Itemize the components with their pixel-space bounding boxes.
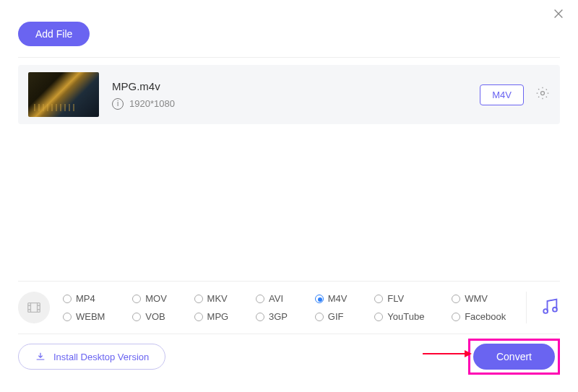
radio-icon (452, 313, 460, 321)
format-option-mkv[interactable]: MKV (194, 293, 236, 304)
radio-icon (256, 295, 264, 303)
radio-icon (452, 295, 460, 303)
info-icon[interactable]: i (112, 98, 124, 110)
format-label: MOV (145, 293, 167, 304)
radio-icon (315, 313, 324, 321)
format-label: M4V (328, 293, 348, 304)
format-option-gif[interactable]: GIF (315, 311, 355, 322)
radio-icon (194, 295, 203, 303)
format-label: MP4 (76, 293, 95, 304)
convert-button[interactable]: Convert (473, 344, 555, 370)
radio-icon (63, 295, 72, 303)
format-option-wmv[interactable]: WMV (452, 293, 513, 304)
header-divider (18, 57, 560, 58)
install-label: Install Desktop Version (53, 352, 149, 362)
footer: Install Desktop Version Convert (18, 339, 560, 375)
svg-point-2 (543, 309, 548, 313)
format-label: FLV (387, 293, 404, 304)
format-label: YouTube (387, 311, 424, 322)
format-option-mov[interactable]: MOV (132, 293, 173, 304)
radio-icon (315, 295, 324, 303)
svg-point-0 (541, 92, 545, 95)
annotation-arrow (423, 353, 466, 354)
add-file-button[interactable]: Add File (18, 22, 90, 46)
svg-point-3 (553, 308, 557, 312)
format-option-youtube[interactable]: YouTube (374, 311, 431, 322)
close-icon[interactable] (552, 7, 565, 23)
radio-icon (256, 313, 264, 321)
radio-icon (132, 295, 141, 303)
annotation-highlight: Convert (468, 339, 560, 375)
format-panel: MP4MOVMKVAVIM4VFLVWMVWEBMVOBMPG3GPGIFYou… (18, 281, 560, 334)
video-thumbnail[interactable] (28, 72, 99, 117)
format-label: AVI (269, 293, 283, 304)
format-option-mp4[interactable]: MP4 (63, 293, 112, 304)
format-label: MKV (207, 293, 228, 304)
format-option-facebook[interactable]: Facebook (452, 311, 513, 322)
radio-icon (374, 295, 383, 303)
format-label: VOB (145, 311, 165, 322)
music-icon[interactable] (540, 296, 560, 319)
file-resolution: 1920*1080 (129, 98, 175, 109)
format-option-m4v[interactable]: M4V (315, 293, 355, 304)
file-row: MPG.m4v i 1920*1080 M4V (18, 65, 560, 124)
panel-separator (526, 292, 527, 323)
radio-icon (63, 313, 72, 321)
radio-icon (374, 313, 383, 321)
gear-icon[interactable] (535, 86, 550, 103)
format-label: Facebook (465, 311, 506, 322)
format-badge[interactable]: M4V (480, 84, 524, 105)
format-label: 3GP (269, 311, 288, 322)
format-label: WMV (465, 293, 488, 304)
format-option-3gp[interactable]: 3GP (256, 311, 295, 322)
format-label: MPG (207, 311, 229, 322)
format-option-avi[interactable]: AVI (256, 293, 295, 304)
format-option-mpg[interactable]: MPG (194, 311, 236, 322)
format-label: GIF (328, 311, 344, 322)
file-name: MPG.m4v (112, 80, 480, 92)
install-desktop-button[interactable]: Install Desktop Version (18, 344, 165, 370)
format-option-flv[interactable]: FLV (374, 293, 431, 304)
radio-icon (194, 313, 203, 321)
format-option-vob[interactable]: VOB (132, 311, 173, 322)
svg-rect-1 (28, 303, 40, 313)
format-option-webm[interactable]: WEBM (63, 311, 112, 322)
radio-icon (132, 313, 141, 321)
format-label: WEBM (76, 311, 105, 322)
video-icon (18, 292, 50, 323)
